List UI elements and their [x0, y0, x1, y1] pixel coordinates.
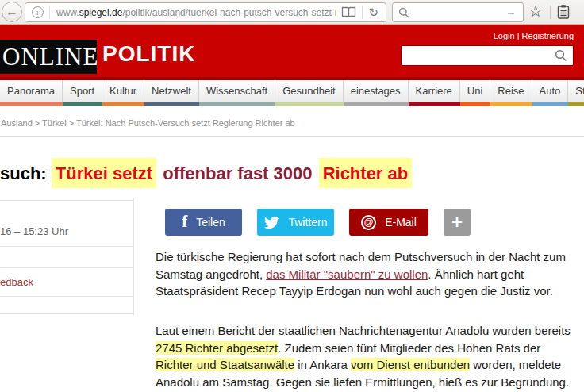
nav-color-strip	[275, 102, 344, 106]
nav-color-strip	[409, 102, 460, 106]
bookmark-star-icon[interactable]: ☆	[528, 2, 543, 21]
logo-text: ONLINE	[2, 43, 98, 71]
site-header: ONLINE POLITIK Login | Registrierung	[0, 25, 584, 80]
headline-prefix: such:	[0, 163, 47, 183]
url-path: /politik/ausland/tuerkei-nach-putsch-ver…	[122, 7, 336, 18]
url-domain: spiegel.de	[79, 7, 123, 18]
nav-item-kultur[interactable]: Kultur	[102, 80, 144, 106]
nav-color-strip	[460, 102, 491, 106]
nav-color-strip	[63, 102, 102, 106]
divider	[0, 246, 133, 247]
browser-toolbar: ← i www.spiegel.de/politik/ausland/tuerk…	[0, 0, 584, 25]
nav-color-strip	[344, 102, 409, 106]
email-share-button[interactable]: @ E-Mail	[349, 209, 428, 236]
nav-color-strip	[532, 102, 569, 106]
nav-color-strip	[144, 102, 199, 106]
refresh-icon[interactable]: ↻	[363, 6, 386, 20]
search-icon	[555, 49, 567, 62]
search-term-highlight: Richter und Staatsanwälte	[156, 358, 294, 371]
url-prefix: www.	[56, 7, 79, 18]
back-arrow-icon: ←	[6, 5, 18, 18]
url-text: www.spiegel.de/politik/ausland/tuerkei-n…	[50, 7, 336, 18]
nav-label: Panorama	[0, 80, 63, 102]
nav-item-auto[interactable]: Auto	[532, 80, 569, 106]
site-search-box[interactable]	[401, 45, 574, 66]
divider	[0, 267, 133, 268]
nav-label: Auto	[532, 80, 569, 102]
section-title: POLITIK	[102, 41, 195, 67]
login-links: Login | Registrierung	[494, 31, 574, 40]
nav-color-strip	[0, 102, 63, 106]
paragraph-text: Laut einem Bericht der staatlichen Nachr…	[156, 324, 571, 337]
article-inline-link[interactable]: das Militär "säubern" zu wollen	[266, 267, 428, 281]
twitter-share-label: Twittern	[288, 216, 327, 229]
url-bar[interactable]: i www.spiegel.de/politik/ausland/tuerkei…	[25, 2, 386, 22]
nav-label: Reise	[490, 80, 532, 102]
article-paragraph: Die türkische Regierung hat sofort nach …	[156, 248, 579, 300]
nav-item-reise[interactable]: Reise	[490, 80, 532, 106]
nav-label: Stil	[568, 80, 584, 102]
article-timestamp: 16 – 15:23 Uhr	[0, 225, 68, 237]
nav-item-wissenschaft[interactable]: Wissenschaft	[199, 80, 275, 106]
main-nav: Panorama Sport Kultur Netzwelt Wissensch…	[0, 80, 584, 106]
facebook-share-button[interactable]: f Teilen	[165, 209, 242, 236]
paragraph-text: in Ankara	[294, 358, 351, 371]
breadcrumb[interactable]: Ausland > Türkei > Türkei: Nach Putsch-V…	[1, 118, 295, 128]
email-share-label: E-Mail	[385, 216, 417, 229]
reader-mode-icon[interactable]	[336, 6, 362, 18]
article-paragraph: Laut einem Bericht der staatlichen Nachr…	[156, 322, 579, 390]
spiegel-online-logo[interactable]: ONLINE	[0, 40, 97, 74]
article-headline: such: Türkei setzt offenbar fast 3000 Ri…	[0, 160, 412, 187]
nav-label: Netzwelt	[144, 80, 199, 102]
paragraph-text: . Zudem seien fünf Mitglieder des Hohen …	[278, 341, 540, 355]
more-share-button[interactable]: +	[444, 209, 471, 236]
nav-label: Kultur	[102, 80, 144, 102]
share-buttons: f Teilen Twittern @ E-Mail +	[165, 209, 471, 236]
nav-label: Gesundheit	[275, 80, 344, 102]
nav-item-uni[interactable]: Uni	[460, 80, 491, 106]
twitter-bird-icon	[263, 216, 279, 229]
feedback-link[interactable]: edback	[0, 276, 33, 288]
facebook-share-label: Teilen	[196, 216, 225, 229]
bookmarks-menu-icon[interactable]	[555, 4, 571, 24]
email-at-icon: @	[361, 215, 376, 230]
nav-item-sport[interactable]: Sport	[63, 80, 102, 106]
nav-item-gesundheit[interactable]: Gesundheit	[275, 80, 344, 106]
search-term-highlight: vom Dienst entbunden	[351, 358, 470, 371]
facebook-icon: f	[182, 212, 187, 232]
info-icon[interactable]: i	[32, 6, 44, 18]
twitter-share-button[interactable]: Twittern	[257, 209, 334, 236]
nav-color-strip	[199, 102, 275, 106]
headline-highlight: Türkei setzt	[52, 158, 156, 188]
divider	[0, 200, 133, 201]
nav-label: Karriere	[409, 80, 460, 102]
search-go-icon[interactable]: →	[505, 6, 523, 18]
back-button[interactable]: ←	[2, 2, 22, 22]
nav-color-strip	[490, 102, 532, 106]
divider	[550, 6, 551, 19]
nav-color-strip	[102, 102, 144, 106]
login-separator: |	[517, 31, 520, 40]
nav-item-karriere[interactable]: Karriere	[409, 80, 460, 106]
nav-label: Wissenschaft	[199, 80, 275, 102]
nav-item-einestages[interactable]: einestages	[344, 80, 409, 106]
nav-color-strip	[568, 102, 584, 106]
divider	[0, 296, 133, 297]
plus-icon: +	[451, 211, 463, 233]
login-link[interactable]: Login	[494, 31, 515, 40]
nav-item-netzwelt[interactable]: Netzwelt	[144, 80, 199, 106]
divider	[0, 313, 133, 314]
search-term-highlight: 2745 Richter abgesetzt	[156, 341, 278, 355]
divider	[133, 198, 134, 315]
register-link[interactable]: Registrierung	[522, 31, 574, 40]
search-icon	[393, 7, 415, 18]
browser-search-bar[interactable]: →	[392, 2, 524, 22]
divider	[0, 136, 584, 137]
nav-item-stil[interactable]: Stil	[568, 80, 584, 106]
headline-highlight: Richter ab	[319, 158, 413, 188]
browser-window: ← i www.spiegel.de/politik/ausland/tuerk…	[0, 0, 584, 392]
nav-item-panorama[interactable]: Panorama	[0, 80, 63, 106]
nav-label: einestages	[344, 80, 409, 102]
headline-middle: offenbar fast 3000	[163, 163, 312, 183]
nav-label: Sport	[63, 80, 102, 102]
